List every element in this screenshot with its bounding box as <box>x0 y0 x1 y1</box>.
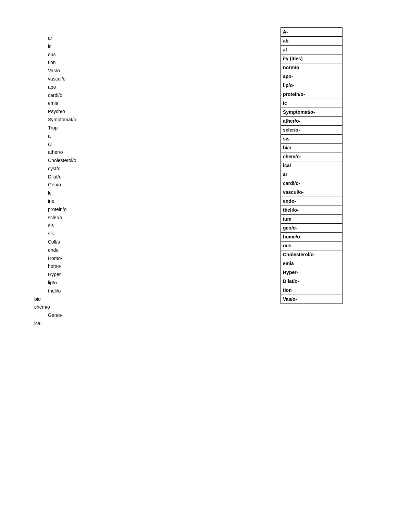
table-cell: ather/o- <box>281 117 342 126</box>
table-cell: Cholesterol/o- <box>281 250 342 259</box>
table-row: apo- <box>281 72 342 81</box>
left-item: protein/o <box>34 206 76 214</box>
left-item: Coll/a- <box>34 238 76 246</box>
table-row: ic <box>281 99 342 108</box>
table-row: gen/o- <box>281 224 342 233</box>
table-row: ium <box>281 215 342 224</box>
table-cell: Vas/o- <box>281 295 342 304</box>
table-row: endo- <box>281 197 342 206</box>
table-row: Dilat/o- <box>281 277 342 286</box>
table-row: emia <box>281 259 342 268</box>
left-item: homo- <box>34 262 76 271</box>
table-cell: apo- <box>281 72 342 81</box>
table-cell: endo- <box>281 197 342 206</box>
table-row: ical <box>281 161 342 170</box>
left-item: Symptomat/o <box>34 116 76 124</box>
table-cell: sis <box>281 135 342 144</box>
table-cell: cardi/o- <box>281 179 342 188</box>
left-item: ous <box>34 51 76 59</box>
table-row: lip/o- <box>281 81 342 90</box>
table-cell: vascul/o- <box>281 188 342 197</box>
table-row: Cholesterol/o- <box>281 250 342 259</box>
table-row: A- <box>281 28 342 37</box>
left-item: tion <box>34 59 76 67</box>
table-cell: protein/o- <box>281 90 342 99</box>
table-cell: ar <box>281 170 342 179</box>
table-row: norm/o <box>281 63 342 72</box>
table-cell: ium <box>281 215 342 224</box>
left-item: ic <box>34 42 76 51</box>
left-item: Trop <box>34 124 76 132</box>
left-item: Gen/o <box>34 181 76 189</box>
table-row: tion <box>281 286 342 295</box>
table-row: protein/o- <box>281 90 342 99</box>
table-row: vascul/o- <box>281 188 342 197</box>
left-item: ather/o <box>34 148 76 157</box>
table-cell: norm/o <box>281 63 342 72</box>
left-item: Vas/o <box>34 67 76 75</box>
table-cell: A- <box>281 28 342 37</box>
table-row: home/o <box>281 233 342 242</box>
left-item: emia <box>34 99 76 108</box>
table-row: bi/o- <box>281 144 342 152</box>
left-item: vascul/o <box>34 75 76 83</box>
left-item: Psych/o <box>34 108 76 116</box>
table-row: Hyper- <box>281 268 342 277</box>
table-row: ity (ities) <box>281 54 342 63</box>
table-cell: scler/o- <box>281 126 342 135</box>
table-cell: theli/o- <box>281 206 342 215</box>
left-item: a <box>34 132 76 140</box>
left-column: aricoustionVas/ovascul/oapocardi/oemiaPs… <box>34 34 76 328</box>
left-item: sis <box>34 230 76 238</box>
table-cell: ous <box>281 242 342 250</box>
table-row: theli/o- <box>281 206 342 215</box>
table-cell: ical <box>281 161 342 170</box>
table-cell: Hyper- <box>281 268 342 277</box>
left-item: scler/o <box>34 214 76 222</box>
table-row: ar <box>281 170 342 179</box>
table-row: cardi/o- <box>281 179 342 188</box>
left-item: lc <box>34 189 76 197</box>
left-item: bio <box>34 295 76 304</box>
table-cell: emia <box>281 259 342 268</box>
left-item: Homo- <box>34 255 76 263</box>
left-item: chem/o <box>34 303 76 311</box>
left-item: Gen/o- <box>34 311 76 320</box>
left-item: ine <box>34 197 76 206</box>
table-row: ous <box>281 242 342 250</box>
table-cell: ic <box>281 99 342 108</box>
table-cell: ity (ities) <box>281 54 342 63</box>
left-item: ar <box>34 34 76 42</box>
left-item: Dilat/o <box>34 173 76 181</box>
right-table: A-abality (ities)norm/oapo-lip/o-protein… <box>281 27 342 304</box>
table-row: ab <box>281 37 342 46</box>
table-row: scler/o- <box>281 126 342 135</box>
table-cell: home/o <box>281 233 342 242</box>
table-cell: chem/o- <box>281 152 342 161</box>
table-row: sis <box>281 135 342 144</box>
table-cell: ab <box>281 37 342 46</box>
left-item: cardi/o <box>34 91 76 100</box>
table-row: al <box>281 46 342 54</box>
left-item: theli/o <box>34 287 76 295</box>
table-cell: lip/o- <box>281 81 342 90</box>
table-cell: tion <box>281 286 342 295</box>
left-item: apo <box>34 83 76 91</box>
left-item: Cholesterol/o <box>34 157 76 165</box>
left-item: al <box>34 140 76 148</box>
left-item: Hyper <box>34 271 76 279</box>
table-cell: bi/o- <box>281 144 342 152</box>
table-cell: gen/o- <box>281 224 342 233</box>
left-item: sis <box>34 222 76 230</box>
table-row: chem/o- <box>281 152 342 161</box>
table-row: Symptomat/o- <box>281 108 342 117</box>
left-item: endo <box>34 246 76 255</box>
table-cell: Symptomat/o- <box>281 108 342 117</box>
table-cell: Dilat/o- <box>281 277 342 286</box>
left-item: lip/o <box>34 279 76 287</box>
table-cell: al <box>281 46 342 54</box>
left-item: ical <box>34 320 76 328</box>
left-item: cyst/o <box>34 165 76 173</box>
table-row: ather/o- <box>281 117 342 126</box>
table-row: Vas/o- <box>281 295 342 304</box>
